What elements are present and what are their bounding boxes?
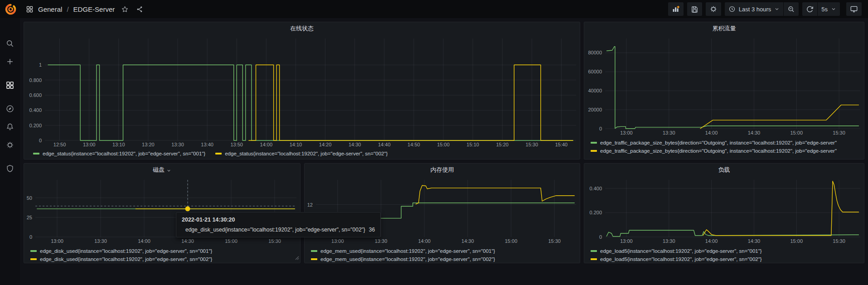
dashboard: 在线状态12:5013:0013:1013:2013:3013:4013:501… [20,18,868,285]
legend-item[interactable]: edge_disk_used{instance="localhost:19202… [30,256,300,262]
panel-traffic-total: 累积流量13:0013:3014:0014:3015:0015:30020000… [584,22,864,159]
svg-text:60000: 60000 [588,69,602,74]
tv-mode-button[interactable] [846,2,862,16]
svg-text:13:30: 13:30 [171,142,184,147]
svg-text:50: 50 [27,195,32,201]
panel-resize-handle[interactable] [295,254,299,262]
breadcrumb: General / EDGE-Server [26,5,144,13]
server-admin-shield-icon [5,164,15,173]
breadcrumb-section[interactable]: General [38,5,62,13]
series-line [416,185,575,204]
sidebar-item-explore[interactable] [0,100,20,118]
svg-text:14:20: 14:20 [319,142,332,147]
panel-header-load[interactable]: 负载 [584,164,864,176]
panel-legend: edge_disk_used{instance="localhost:19202… [24,246,300,262]
save-dashboard-button[interactable] [687,2,702,16]
svg-text:15:00: 15:00 [505,238,518,244]
legend-swatch [33,153,39,155]
legend-swatch [30,250,37,252]
traffic-total-chart[interactable]: 13:0013:3014:0014:3015:0015:300200004000… [584,35,864,136]
svg-text:14:00: 14:00 [418,238,431,244]
refresh-interval-button[interactable]: 5s [818,2,840,16]
grafana-logo[interactable] [0,0,21,18]
svg-text:14:40: 14:40 [378,142,391,147]
dashboards-grid-icon [5,81,15,90]
refresh-controls: 5s [802,2,840,16]
svg-text:0: 0 [29,234,32,240]
dashboard-settings-button[interactable] [706,2,721,16]
svg-text:15:30: 15:30 [833,238,845,244]
series-line [703,181,859,236]
share-icon[interactable] [136,5,144,13]
svg-text:80000: 80000 [588,50,602,55]
time-picker-button[interactable]: Last 3 hours [725,2,784,16]
load-chart[interactable]: 13:0013:3014:0014:3015:0015:3000.2000.40… [584,176,864,245]
legend-series-name: edge_load5{instance="localhost:19202", j… [600,256,762,262]
refresh-button[interactable] [802,2,817,16]
legend-item[interactable]: edge_load5{instance="localhost:19202", j… [591,248,864,254]
svg-text:13:00: 13:00 [620,130,633,135]
configuration-gear-icon [5,140,15,150]
svg-text:12:50: 12:50 [53,142,66,147]
sidebar-item-create[interactable] [0,53,20,71]
legend-item[interactable]: edge_mem_used{instance="localhost:19202"… [311,248,580,254]
panel-header-memory[interactable]: 内存使用 [305,164,580,176]
sidebar-item-configuration[interactable] [0,136,20,154]
monitor-icon [850,5,858,13]
legend-swatch [30,258,37,260]
svg-text:13:30: 13:30 [663,130,675,135]
tooltip-series-name: edge_disk_used{instance="localhost:19202… [185,227,365,233]
svg-text:15:30: 15:30 [833,130,845,135]
legend-swatch [215,153,222,155]
panel-header-online-status[interactable]: 在线状态 [24,22,580,35]
refresh-icon [806,5,814,13]
svg-text:14:50: 14:50 [407,142,420,147]
tooltip-series-row: edge_disk_used{instance="localhost:19202… [182,227,375,233]
svg-text:14:00: 14:00 [705,130,718,135]
star-icon[interactable] [121,5,129,13]
legend-series-name: edge_mem_used{instance="localhost:19202"… [320,248,495,254]
legend-series-name: edge_load5{instance="localhost:19202", j… [600,248,762,254]
legend-item[interactable]: edge_status{instance="localhost:19202", … [215,151,388,156]
dashboard-row-1: 在线状态12:5013:0013:1013:2013:3013:4013:501… [24,22,864,159]
legend-series-name: edge_status{instance="localhost:19202", … [225,151,388,156]
panel-menu-chevron-icon[interactable] [166,168,171,173]
add-panel-button[interactable] [668,2,684,16]
chevron-down-icon [774,6,780,12]
sidebar-item-dashboards[interactable] [0,76,20,94]
grafana-app: General / EDGE-Server [0,0,868,285]
svg-text:15:00: 15:00 [437,142,450,147]
panel-legend: edge_traffic_package_size_bytes{directio… [584,138,864,154]
svg-text:20000: 20000 [588,107,602,112]
dashboard-row-2: 磁盘13:0013:3014:0014:3015:0015:3002550edg… [24,163,864,263]
sidebar-item-alerting[interactable] [0,118,20,136]
legend-series-name: edge_traffic_package_size_bytes{directio… [600,148,837,154]
svg-text:15:00: 15:00 [225,238,238,244]
legend-item[interactable]: edge_traffic_package_size_bytes{directio… [591,148,864,154]
legend-swatch [591,258,597,260]
legend-item[interactable]: edge_status{instance="localhost:19202", … [33,151,205,156]
sidebar-item-server-admin[interactable] [0,159,20,178]
online-status-chart[interactable]: 12:5013:0013:1013:2013:3013:4013:5014:00… [24,35,580,148]
svg-text:0.200: 0.200 [589,210,602,215]
legend-item[interactable]: edge_load5{instance="localhost:19202", j… [591,256,864,262]
legend-item[interactable]: edge_traffic_package_size_bytes{directio… [591,140,864,145]
legend-item[interactable]: edge_disk_used{instance="localhost:19202… [30,248,300,254]
svg-text:13:30: 13:30 [94,238,107,244]
svg-text:14:00: 14:00 [260,142,273,147]
svg-text:0: 0 [599,126,602,131]
sidebar-item-search[interactable] [0,34,20,53]
panel-header-disk[interactable]: 磁盘 [24,164,300,176]
zoom-out-time-button[interactable] [784,2,799,16]
svg-text:0.600: 0.600 [29,92,42,98]
panel-title: 磁盘 [153,166,165,174]
legend-series-name: edge_disk_used{instance="localhost:19202… [40,248,212,254]
svg-text:15:00: 15:00 [790,238,803,244]
breadcrumb-dashboard-title[interactable]: EDGE-Server [73,5,115,13]
panel-header-traffic-total[interactable]: 累积流量 [584,22,864,35]
legend-item[interactable]: edge_mem_used{instance="localhost:19202"… [311,256,580,262]
svg-text:15:20: 15:20 [496,142,509,147]
svg-text:13:50: 13:50 [230,142,243,147]
apps-grid-icon [26,5,34,13]
svg-text:0.400: 0.400 [29,107,42,113]
